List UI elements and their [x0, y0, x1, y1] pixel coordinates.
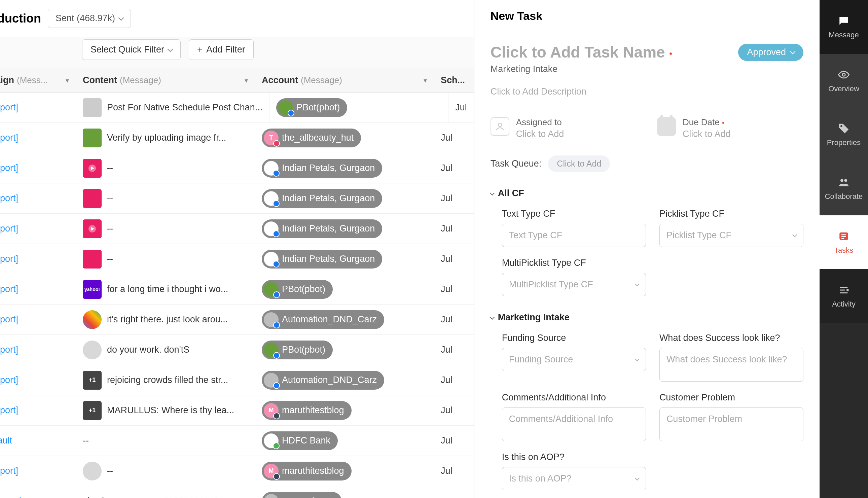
table-row[interactable]: Import]Post For Native Schedule Post Cha… — [0, 93, 474, 123]
account-chip[interactable]: Automation_DND_Carz — [262, 371, 384, 390]
task-description-input[interactable]: Click to Add Description — [475, 74, 819, 97]
section-all-cf[interactable]: All CF — [475, 172, 819, 198]
table-row[interactable]: Import]--MmaruthitestblogJul — [0, 456, 474, 486]
account-avatar — [264, 252, 279, 266]
picklist-select[interactable]: Picklist Type CF — [659, 224, 803, 247]
sidebar-activity-label: Activity — [832, 300, 856, 309]
account-cell: Indian Petals, Gurgaon — [255, 153, 434, 183]
sent-label: Sent (468.97k) — [55, 13, 115, 24]
multipicklist-select[interactable]: MultiPicklist Type CF — [502, 273, 646, 296]
table-row[interactable]: Import]--Indian Petals, GurgaonJul — [0, 183, 474, 214]
account-chip[interactable]: Mmaruthitestblog — [262, 462, 351, 481]
table-row[interactable]: Import]--Indian Petals, GurgaonJul — [0, 244, 474, 274]
table-row[interactable]: Import]+1MARULLUS: Where is thy lea...Mm… — [0, 395, 474, 425]
table-row[interactable]: Import]yahoo!for a long time i thought i… — [0, 274, 474, 304]
content-text: -- — [107, 466, 113, 476]
table-row[interactable]: Import]+1rejoicing crowds filled the str… — [0, 365, 474, 395]
campaign-link[interactable]: Import] — [0, 375, 18, 385]
sidebar-item-activity[interactable]: Activity — [819, 269, 868, 323]
table-row[interactable]: Import]--Indian Petals, GurgaonJul — [0, 214, 474, 244]
content-cell: -- — [76, 183, 255, 213]
content-cell: -- — [76, 244, 255, 274]
sidebar-item-properties[interactable]: Properties — [819, 108, 868, 161]
account-chip[interactable]: Indian Petals, Gurgaon — [262, 159, 382, 178]
status-approved-button[interactable]: Approved — [738, 44, 803, 61]
column-scheduled[interactable]: Sch... — [434, 68, 474, 92]
success-label: What does Success look like? — [659, 333, 803, 343]
due-date-block[interactable]: Due Date • Click to Add — [657, 117, 803, 139]
section-marketing-intake[interactable]: Marketing Intake — [475, 296, 819, 323]
due-date-action[interactable]: Click to Add — [683, 129, 731, 139]
account-chip[interactable]: Indian Petals, Gurgaon — [262, 189, 382, 208]
table-row[interactable]: Import]--Indian Petals, GurgaonJul — [0, 153, 474, 183]
table-row[interactable]: Import]do your work. don'tSPBot(pbot)Jul — [0, 335, 474, 365]
campaign-link[interactable]: Import] — [0, 344, 18, 355]
task-queue-add-button[interactable]: Click to Add — [548, 156, 610, 172]
account-chip[interactable]: Indian Petals, Gurgaon — [262, 250, 382, 268]
account-chip[interactable]: PBot(pbot) — [262, 341, 333, 359]
comments-textarea[interactable] — [502, 407, 646, 441]
table-row[interactable]: Import]it's right there. just look arou.… — [0, 304, 474, 335]
account-chip[interactable]: Automation_DND_Carz — [262, 310, 384, 329]
assigned-to-block[interactable]: Assigned to Click to Add — [491, 117, 637, 139]
sidebar-item-collaborate[interactable]: Collaborate — [819, 161, 868, 215]
sidebar-item-overview[interactable]: Overview — [819, 54, 868, 108]
field-picklist: Picklist Type CF Picklist Type CF — [659, 209, 803, 247]
column-account[interactable]: Account (Message) ▾ — [255, 68, 434, 92]
campaign-link[interactable]: efault — [0, 435, 12, 446]
account-chip[interactable]: sprsandeep1 — [262, 492, 342, 498]
content-cell: -- — [76, 456, 255, 486]
success-textarea[interactable] — [659, 348, 803, 382]
account-chip[interactable]: Mmaruthitestblog — [262, 401, 351, 420]
chevron-down-icon — [635, 281, 640, 286]
text-type-label: Text Type CF — [502, 209, 646, 219]
sidebar-item-message[interactable]: Message — [819, 0, 868, 54]
campaign-link[interactable]: Campaig — [0, 496, 26, 498]
scheduled-cell: Jul — [434, 274, 474, 304]
account-name: Indian Petals, Gurgaon — [282, 193, 375, 204]
task-title-input[interactable]: Click to Add Task Name • — [491, 43, 672, 61]
campaign-link[interactable]: Import] — [0, 193, 18, 204]
campaign-link[interactable]: Import] — [0, 284, 18, 294]
sent-dropdown[interactable]: Sent (468.97k) — [48, 9, 131, 28]
content-thumbnail: +1 — [83, 401, 102, 420]
chevron-down-icon — [635, 356, 640, 361]
customer-textarea[interactable] — [659, 407, 803, 441]
table-row[interactable]: Campaigcheck quote tweet 1595592628459sp… — [0, 486, 474, 498]
scheduled-cell: Jul — [434, 304, 474, 335]
content-text: for a long time i thought i wo... — [107, 284, 228, 294]
assigned-to-action[interactable]: Click to Add — [516, 129, 564, 139]
campaign-link[interactable]: Import] — [0, 314, 18, 325]
quick-filter-dropdown[interactable]: Select Quick Filter — [82, 39, 181, 60]
due-date-label: Due Date • — [683, 117, 731, 128]
account-chip[interactable]: HDFC Bank — [262, 431, 338, 450]
table-row[interactable]: Import]Verify by uploading image fr...Tt… — [0, 123, 474, 153]
grid-body[interactable]: Import]Post For Native Schedule Post Cha… — [0, 93, 474, 498]
sidebar-item-tasks[interactable]: Tasks — [819, 215, 868, 269]
account-chip[interactable]: Indian Petals, Gurgaon — [262, 219, 382, 238]
campaign-link[interactable]: Import] — [0, 133, 18, 143]
column-campaign[interactable]: paign (Mess... ▾ — [0, 68, 76, 92]
account-avatar — [264, 221, 279, 236]
campaign-link[interactable]: Import] — [0, 466, 18, 476]
campaign-link[interactable]: Import] — [0, 223, 18, 234]
account-avatar: M — [264, 403, 279, 418]
campaign-link[interactable]: Import] — [0, 254, 18, 264]
campaign-link[interactable]: Import] — [0, 405, 18, 416]
campaign-cell: Import] — [0, 304, 76, 335]
production-label: oduction — [0, 11, 41, 26]
aop-select[interactable]: Is this on AOP? — [502, 467, 646, 490]
all-cf-form: Text Type CF Picklist Type CF Picklist T… — [475, 198, 819, 296]
table-row[interactable]: efault--HDFC BankJul — [0, 425, 474, 456]
column-content[interactable]: Content (Message) ▾ — [76, 68, 255, 92]
account-chip[interactable]: Tthe_allbeauty_hut — [262, 129, 361, 147]
campaign-link[interactable]: Import] — [0, 163, 18, 173]
content-text: check quote tweet 1595592628459 — [83, 496, 224, 498]
account-cell: Indian Petals, Gurgaon — [255, 244, 434, 274]
text-type-input[interactable] — [502, 224, 646, 247]
account-chip[interactable]: PBot(pbot) — [262, 280, 333, 299]
account-chip[interactable]: PBot(pbot) — [276, 98, 347, 117]
add-filter-button[interactable]: + Add Filter — [189, 39, 254, 60]
campaign-link[interactable]: Import] — [0, 102, 18, 113]
funding-select[interactable]: Funding Source — [502, 348, 646, 371]
